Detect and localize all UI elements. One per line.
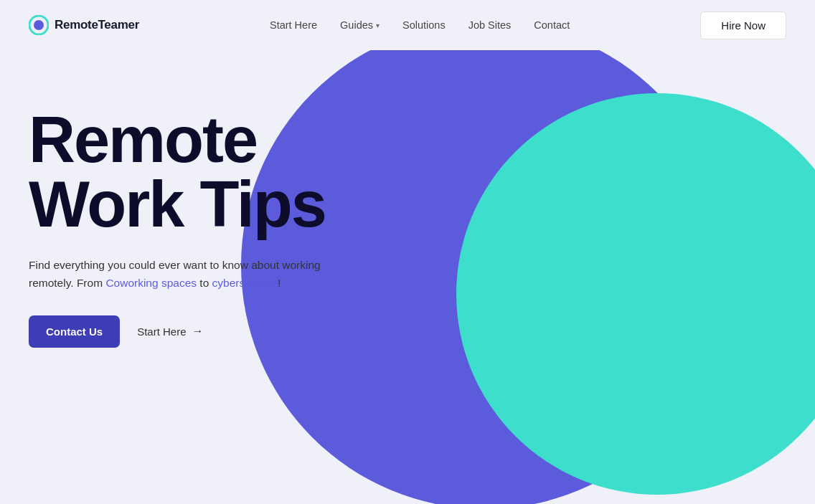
nav-item-start-here[interactable]: Start Here [270,19,317,32]
hero-content: Remote Work Tips Find everything you cou… [29,108,344,348]
nav-links: Start Here Guides ▾ Solutions Job Sites … [270,19,570,32]
coworking-link[interactable]: Coworking spaces [105,277,197,289]
contact-us-button[interactable]: Contact Us [29,315,120,348]
logo-text: RemoteTeamer [55,18,139,32]
nav-item-contact[interactable]: Contact [534,19,570,32]
nav-link-solutions[interactable]: Solutions [402,19,446,31]
nav-link-start-here[interactable]: Start Here [270,19,317,31]
hire-now-button[interactable]: Hire Now [700,11,786,39]
hero-subtitle: Find everything you could ever want to k… [29,257,344,293]
svg-point-1 [34,20,44,30]
navbar: RemoteTeamer Start Here Guides ▾ Solutio… [0,0,815,50]
hero-buttons: Contact Us Start Here → [29,315,344,348]
logo-icon [29,15,49,35]
hero-section: Remote Work Tips Find everything you cou… [0,50,815,504]
nav-item-guides[interactable]: Guides ▾ [340,19,380,31]
nav-link-contact[interactable]: Contact [534,19,570,31]
cybersecurity-link[interactable]: cybersecurity [212,277,278,289]
nav-item-job-sites[interactable]: Job Sites [468,19,512,32]
hero-title: Remote Work Tips [29,108,344,237]
nav-link-job-sites[interactable]: Job Sites [468,19,512,31]
chevron-down-icon: ▾ [376,22,380,29]
logo-link[interactable]: RemoteTeamer [29,15,139,35]
start-here-link[interactable]: Start Here → [137,325,203,338]
nav-item-solutions[interactable]: Solutions [402,19,446,32]
nav-link-guides[interactable]: Guides ▾ [340,19,380,31]
arrow-icon: → [192,325,204,338]
